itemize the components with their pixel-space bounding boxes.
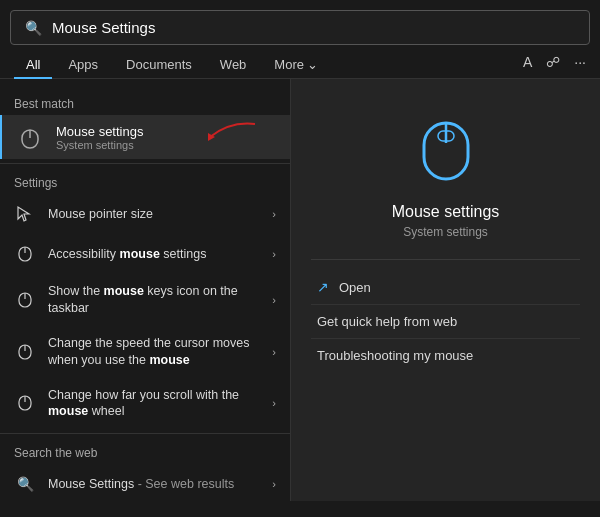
left-panel: Best match Mouse settings System setting…	[0, 79, 290, 501]
web-section-label: Search the web	[0, 438, 290, 464]
tabs-bar: All Apps Documents Web More ⌄ A ☍ ···	[0, 45, 600, 79]
search-icon: 🔍	[25, 20, 42, 36]
red-arrow-annotation	[200, 119, 260, 149]
pointer-size-icon	[14, 203, 36, 225]
scroll-icon	[14, 392, 36, 414]
setting-item-4-text: Change the speed the cursor moves when y…	[48, 335, 260, 369]
action-web-help[interactable]: Get quick help from web	[311, 305, 580, 339]
chevron-down-icon: ⌄	[307, 57, 318, 72]
chevron-right-icon-2: ›	[272, 248, 276, 260]
chevron-right-icon-5: ›	[272, 397, 276, 409]
main-content: Best match Mouse settings System setting…	[0, 79, 600, 501]
setting-item-2[interactable]: Accessibility mouse settings ›	[0, 234, 290, 274]
web-item-1[interactable]: 🔍 Mouse Settings - See web results ›	[0, 464, 290, 501]
mouse-large-icon	[416, 109, 476, 189]
right-panel: Mouse settings System settings ↗ Open Ge…	[290, 79, 600, 501]
tab-apps[interactable]: Apps	[56, 51, 110, 78]
setting-item-5-text: Change how far you scroll with the mouse…	[48, 387, 260, 421]
chevron-right-icon-4: ›	[272, 346, 276, 358]
setting-item-1[interactable]: Mouse pointer size ›	[0, 194, 290, 234]
best-match-item[interactable]: Mouse settings System settings	[0, 115, 290, 159]
tab-more[interactable]: More ⌄	[262, 51, 330, 78]
setting-item-5[interactable]: Change how far you scroll with the mouse…	[0, 378, 290, 430]
right-panel-title: Mouse settings	[392, 203, 500, 221]
action-troubleshoot[interactable]: Troubleshooting my mouse	[311, 339, 580, 372]
chevron-right-icon-3: ›	[272, 294, 276, 306]
web-item-1-text: Mouse Settings - See web results	[48, 476, 260, 493]
search-bar: 🔍	[10, 10, 590, 45]
tab-all[interactable]: All	[14, 51, 52, 78]
cursor-speed-icon	[14, 341, 36, 363]
tab-web[interactable]: Web	[208, 51, 259, 78]
mouse-settings-icon	[16, 123, 44, 151]
right-actions: ↗ Open Get quick help from web Troublesh…	[311, 259, 580, 372]
search-input[interactable]	[52, 19, 575, 36]
action-troubleshoot-label: Troubleshooting my mouse	[317, 348, 473, 363]
tabs-right-icons: A ☍ ···	[523, 54, 586, 76]
action-web-help-label: Get quick help from web	[317, 314, 457, 329]
accessibility-mouse-icon	[14, 243, 36, 265]
share-icon[interactable]: ☍	[546, 54, 560, 70]
setting-item-1-text: Mouse pointer size	[48, 206, 260, 223]
open-icon: ↗	[317, 279, 329, 295]
setting-item-2-text: Accessibility mouse settings	[48, 246, 260, 263]
settings-section-label: Settings	[0, 168, 290, 194]
mouse-keys-icon	[14, 289, 36, 311]
setting-item-3[interactable]: Show the mouse keys icon on the taskbar …	[0, 274, 290, 326]
best-match-label: Best match	[0, 89, 290, 115]
font-size-icon[interactable]: A	[523, 54, 532, 70]
more-options-icon[interactable]: ···	[574, 54, 586, 70]
action-open[interactable]: ↗ Open	[311, 270, 580, 305]
tab-documents[interactable]: Documents	[114, 51, 204, 78]
chevron-right-icon-1: ›	[272, 208, 276, 220]
right-panel-subtitle: System settings	[403, 225, 488, 239]
chevron-right-icon-web-1: ›	[272, 478, 276, 490]
setting-item-4[interactable]: Change the speed the cursor moves when y…	[0, 326, 290, 378]
setting-item-3-text: Show the mouse keys icon on the taskbar	[48, 283, 260, 317]
action-open-label: Open	[339, 280, 371, 295]
web-search-icon-1: 🔍	[14, 473, 36, 495]
